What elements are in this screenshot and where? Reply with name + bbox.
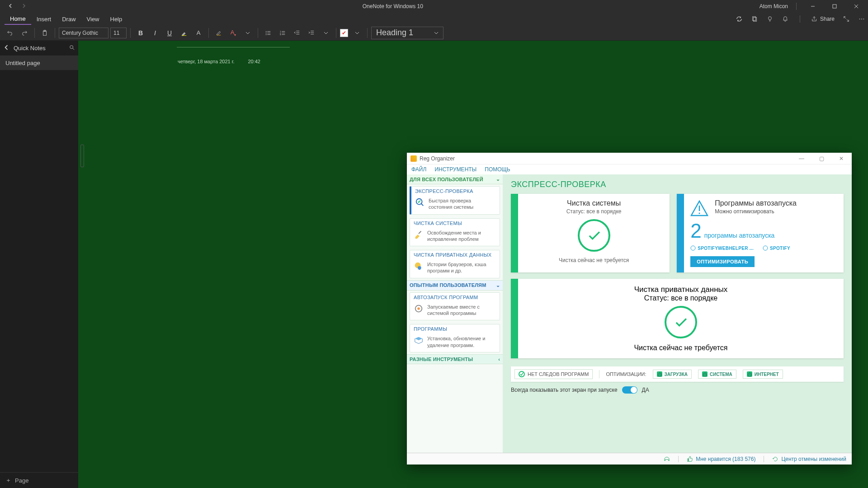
svg-point-23 [699,212,700,214]
svg-point-6 [863,19,864,19]
format-painter-button[interactable]: A▾ [227,27,240,39]
share-button[interactable]: Share [811,16,835,22]
italic-button[interactable]: I [149,27,161,39]
ro-menu-file[interactable]: ФАЙЛ [411,166,426,173]
redo-button[interactable] [18,27,31,39]
undo-center-link[interactable]: Центр отмены изменений [772,456,846,462]
separator [764,456,764,462]
ro-titlebar[interactable]: Reg Organizer — ▢ ✕ [407,153,852,164]
highlight-button[interactable] [178,27,190,39]
search-icon[interactable] [69,45,75,52]
chip-boot[interactable]: ⏻ЗАГРУЗКА [653,370,692,379]
svg-rect-9 [182,35,187,36]
card1-title: Чистка системы [524,199,663,207]
tab-draw[interactable]: Draw [57,14,81,24]
ro-maximize-button[interactable]: ▢ [815,155,828,162]
section-title[interactable]: Quick Notes [14,45,65,52]
clear-formatting-button[interactable] [212,27,225,39]
page-list-item[interactable]: Untitled page [0,56,78,70]
tab-view[interactable]: View [81,14,105,24]
indent-button[interactable] [305,27,318,39]
ro-close-button[interactable]: ✕ [835,155,848,162]
pages-icon[interactable] [751,15,758,23]
optimize-button[interactable]: ОПТИМИЗИРОВАТЬ [690,256,755,267]
chevron-down-icon: ⌄ [496,176,500,182]
svg-text:3: 3 [280,33,281,36]
warning-icon [690,199,708,217]
card-autostart[interactable]: Программы автозапуска Можно оптимизирова… [677,194,844,272]
ro-section-all-users[interactable]: ДЛЯ ВСЕХ ПОЛЬЗОВАТЕЛЕЙ ⌄ [407,174,503,184]
bell-icon[interactable] [782,15,789,23]
close-button[interactable] [848,0,864,13]
bold-button[interactable]: B [134,27,147,39]
scan-icon [415,197,425,207]
add-page-button[interactable]: ＋ Page [0,472,78,488]
clipboard-button[interactable] [38,27,51,39]
card2-title: Программы автозапуска [715,199,797,207]
tab-home[interactable]: Home [5,14,31,25]
nav-system-clean[interactable]: ЧИСТКА СИСТЕМЫ Освобождение места и испр… [410,218,500,247]
sidebar-back-icon[interactable] [4,45,9,52]
card2-sub: программы автозапуска [704,232,775,239]
nav-programs-title: ПРОГРАММЫ [410,324,500,333]
separator [599,370,599,378]
font-name-select[interactable]: Century Gothic [59,28,108,38]
ro-minimize-button[interactable]: — [795,155,808,162]
nav-express-title: ЭКСПРЕСС-ПРОВЕРКА [411,187,500,196]
share-icon [811,16,817,22]
separator [130,28,131,38]
more-font-button[interactable] [241,27,254,39]
nav-express-check[interactable]: ЭКСПРЕСС-ПРОВЕРКА Быстрая проверка состо… [410,186,500,215]
tab-insert[interactable]: Insert [31,14,57,24]
add-page-label: Page [15,477,28,484]
fullscreen-icon[interactable] [843,15,850,23]
card-stripe [511,194,518,272]
nav-forward-icon[interactable] [22,3,26,9]
numbering-button[interactable]: 123 [276,27,289,39]
font-size-select[interactable]: 11 [110,28,127,38]
lightbulb-icon[interactable] [766,15,774,23]
chip-internet[interactable]: ⏻ИНТЕРНЕТ [743,370,783,379]
nav-private-clean[interactable]: ЧИСТКА ПРИВАТНЫХ ДАННЫХ Истории браузеро… [410,250,500,278]
chip-system[interactable]: ⏻СИСТЕМА [698,370,736,379]
font-color-button[interactable]: A [192,27,205,39]
tab-help[interactable]: Help [105,14,128,24]
nav-back-icon[interactable] [8,3,13,9]
nav-autorun[interactable]: АВТОЗАПУСК ПРОГРАММ Запускаемые вместе с… [410,292,500,321]
undo-button[interactable] [4,27,16,39]
ro-title: Reg Organizer [420,155,455,162]
underline-button[interactable]: U [163,27,176,39]
outline-handle[interactable] [80,145,84,167]
styles-select[interactable]: Heading 1 [371,27,443,39]
separator [34,28,35,38]
support-link[interactable] [664,456,670,462]
ro-section-misc[interactable]: РАЗНЫЕ ИНСТРУМЕНТЫ ‹ [407,354,503,364]
paragraph-more-button[interactable] [320,27,332,39]
ro-menu-tools[interactable]: ИНСТРУМЕНТЫ [434,166,476,173]
separator [208,28,209,38]
minimize-button[interactable] [805,0,821,13]
no-traces-badge[interactable]: НЕТ СЛЕДОВ ПРОГРАММ [514,369,593,379]
globe-shield-icon [414,261,424,271]
tags-more-button[interactable] [351,27,363,39]
card-private-clean[interactable]: Чистка приватных данных Статус: все в по… [511,279,844,358]
separator [796,3,797,10]
more-icon[interactable] [858,15,865,23]
ro-menu-help[interactable]: ПОМОЩЬ [485,166,510,173]
account-name[interactable]: Atom Micon [760,3,788,9]
sync-icon[interactable] [736,15,743,23]
card1-foot: Чистка сейчас не требуется [524,257,663,263]
ro-section-advanced[interactable]: ОПЫТНЫМ ПОЛЬЗОВАТЕЛЯМ ⌄ [407,280,503,291]
separator [367,28,368,38]
card-system-clean[interactable]: Чистка системы Статус: все в порядке Чис… [511,194,670,272]
outdent-button[interactable] [291,27,303,39]
always-show-toggle[interactable] [622,386,637,394]
bullets-button[interactable] [262,27,274,39]
like-link[interactable]: Мне нравится (183 576) [687,456,755,462]
card-stripe [511,279,518,358]
card-stripe [677,194,684,272]
svg-rect-0 [833,5,836,8]
maximize-button[interactable] [826,0,843,13]
nav-programs[interactable]: ПРОГРАММЫ Установка, обновление и удален… [410,324,500,352]
todo-tag-button[interactable]: ✔ [340,29,348,37]
